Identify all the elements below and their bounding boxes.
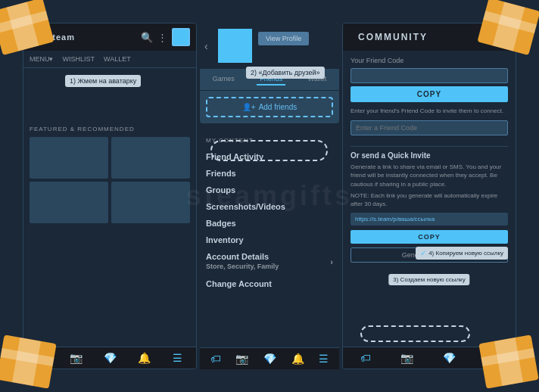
tab-games[interactable]: Games: [210, 73, 238, 86]
change-account-item[interactable]: Change Account: [206, 275, 333, 292]
bottom-nav-bell-icon[interactable]: 🔔: [138, 352, 151, 364]
tooltip-add-friends: 2) «Добавить друзей»: [246, 67, 325, 79]
search-icon[interactable]: 🔍: [141, 32, 153, 43]
mid-bottom-menu-icon[interactable]: ☰: [319, 353, 329, 365]
invite-description: Enter your friend's Friend Code to invit…: [351, 107, 508, 115]
featured-item-2[interactable]: [111, 137, 190, 179]
copy-code-button[interactable]: COPY: [351, 86, 508, 102]
account-details-sub: Store, Security, Family: [206, 261, 279, 272]
main-container: Steam 🔍 ⋮ MENU▾ WISHLIST WALLET 1) Жмем …: [23, 23, 516, 369]
copy-link-button[interactable]: COPY: [351, 230, 508, 244]
featured-item-4[interactable]: [111, 182, 190, 223]
check-icon: ✓: [420, 249, 426, 257]
mid-bottom-tag-icon[interactable]: 🏷: [210, 353, 221, 365]
community-title: COMMUNITY: [358, 32, 428, 42]
right-panel: COMMUNITY ⋮ Your Friend Code COPY Enter …: [342, 23, 516, 369]
mid-bottom-photo-icon[interactable]: 📷: [235, 353, 248, 365]
link-note: NOTE: Each link you generate will automa…: [351, 191, 508, 208]
badges-item[interactable]: Badges: [206, 215, 333, 232]
profile-avatar[interactable]: [218, 29, 252, 63]
friend-activity-item[interactable]: Friend Activity: [206, 148, 333, 165]
quick-invite-title: Or send a Quick Invite: [351, 151, 508, 160]
gift-corner-tr: [478, 0, 539, 61]
tooltip-copy-link: ✓ 4) Копируем новую ссылку: [416, 247, 508, 260]
nav-wallet[interactable]: WALLET: [102, 54, 132, 64]
middle-bottom-nav: 🏷 📷 💎 🔔 ☰: [200, 347, 339, 369]
mid-bottom-bell-icon[interactable]: 🔔: [291, 353, 304, 365]
link-url-display: https://s.team/p/ваша/ссылка: [351, 213, 508, 226]
quick-invite-desc: Generate a link to share via email or SM…: [351, 163, 508, 188]
tooltip-generate-link: 3) Создаем новую ссылку: [388, 274, 469, 285]
friends-list: MY CONTENT Friend Activity Friends Group…: [200, 132, 339, 347]
right-bottom-gem-icon[interactable]: 💎: [443, 352, 456, 364]
profile-top: ‹ View Profile: [200, 23, 339, 69]
nav-wishlist[interactable]: WISHLIST: [61, 54, 97, 64]
left-panel: Steam 🔍 ⋮ MENU▾ WISHLIST WALLET 1) Жмем …: [23, 23, 197, 369]
account-arrow-icon: ›: [330, 257, 333, 266]
bottom-nav-gem-icon[interactable]: 💎: [104, 352, 117, 364]
back-arrow-icon[interactable]: ‹: [204, 40, 208, 52]
gift-corner-tl: [0, 0, 61, 61]
user-avatar[interactable]: [172, 28, 190, 46]
inventory-item[interactable]: Inventory: [206, 232, 333, 248]
middle-panel: ‹ View Profile 2) «Добавить друзей» Game…: [200, 23, 339, 369]
account-details-item[interactable]: Account Details Store, Security, Family …: [206, 248, 333, 275]
enter-code-field[interactable]: [351, 120, 508, 135]
add-friends-icon: 👤+: [242, 103, 256, 111]
friends-item[interactable]: Friends: [206, 165, 333, 182]
right-bottom-photo-icon[interactable]: 📷: [400, 352, 413, 364]
gift-corner-bl: [0, 331, 61, 392]
featured-label: FEATURED & RECOMMENDED: [30, 126, 190, 132]
add-friends-content: Your Friend Code COPY Enter your friend'…: [343, 51, 516, 346]
right-bottom-tag-icon[interactable]: 🏷: [360, 352, 371, 364]
profile-dropdown: ‹ View Profile 2) «Добавить друзей» Game…: [200, 23, 339, 123]
divider: [351, 146, 508, 147]
featured-item-1[interactable]: [30, 137, 108, 179]
account-details-label: Account Details: [206, 252, 279, 261]
menu-dots-icon[interactable]: ⋮: [157, 32, 167, 43]
bottom-nav-menu-icon[interactable]: ☰: [173, 352, 182, 364]
add-friends-button[interactable]: 👤+ Add friends: [206, 97, 333, 117]
featured-grid: [30, 137, 190, 223]
view-profile-button[interactable]: View Profile: [258, 32, 309, 45]
my-content-label: MY CONTENT: [206, 137, 333, 144]
friend-code-field[interactable]: [351, 68, 508, 83]
groups-item[interactable]: Groups: [206, 182, 333, 198]
header-icons: 🔍 ⋮: [141, 28, 190, 46]
featured-item-3[interactable]: [30, 182, 108, 223]
mid-bottom-gem-icon[interactable]: 💎: [263, 353, 276, 365]
tooltip-click-avatar: 1) Жмем на аватарку: [65, 75, 141, 87]
gift-corner-br: [478, 331, 539, 392]
screenshots-item[interactable]: Screenshots/Videos: [206, 198, 333, 215]
featured-section: FEATURED & RECOMMENDED: [23, 121, 196, 228]
bottom-nav-photo-icon[interactable]: 📷: [70, 352, 83, 364]
